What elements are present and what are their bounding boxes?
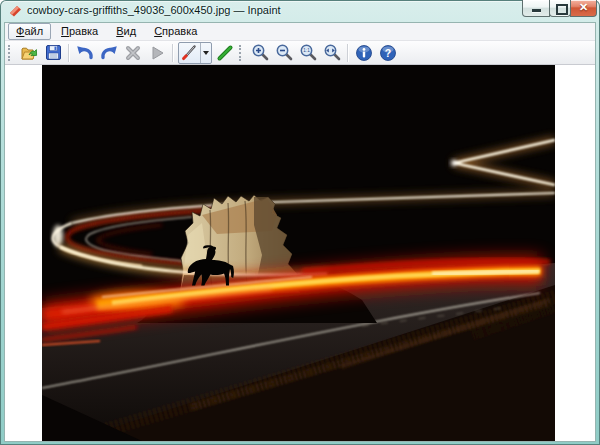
run-play-icon bbox=[148, 44, 166, 62]
inpaint-eraser-icon bbox=[8, 4, 22, 18]
marker-dropdown[interactable] bbox=[200, 43, 211, 63]
minimize-icon bbox=[532, 9, 541, 12]
zoom-fit-icon bbox=[323, 43, 342, 62]
open-button[interactable] bbox=[17, 41, 41, 65]
save-button[interactable] bbox=[41, 41, 65, 65]
toolbar-separator bbox=[68, 44, 70, 62]
screenshot: cowboy-cars-griffiths_49036_600x450.jpg … bbox=[0, 0, 600, 445]
close-button[interactable]: ✕ bbox=[570, 0, 597, 17]
line-tool-button[interactable] bbox=[213, 41, 237, 65]
redo-icon bbox=[99, 43, 119, 63]
minimize-button[interactable] bbox=[522, 0, 550, 17]
toolbar: 1:1 bbox=[5, 41, 595, 65]
menu-bar: Файл Правка Вид Справка bbox=[5, 23, 595, 41]
toolbar-separator bbox=[347, 44, 349, 62]
zoom-out-button[interactable] bbox=[272, 41, 296, 65]
menu-view[interactable]: Вид bbox=[108, 23, 144, 40]
marker-tool-button[interactable] bbox=[178, 42, 212, 64]
zoom-in-button[interactable] bbox=[248, 41, 272, 65]
delete-selection-button[interactable] bbox=[121, 41, 145, 65]
svg-text:?: ? bbox=[385, 47, 391, 59]
inpaint-window: cowboy-cars-griffiths_49036_600x450.jpg … bbox=[0, 0, 600, 445]
client-area: Файл Правка Вид Справка bbox=[4, 22, 596, 442]
zoom-out-icon bbox=[275, 43, 294, 62]
zoom-actual-icon: 1:1 bbox=[299, 43, 318, 62]
marker-pencil-icon bbox=[179, 43, 200, 63]
maximize-icon bbox=[556, 4, 568, 15]
maximize-button[interactable] bbox=[549, 0, 571, 17]
delete-cross-icon bbox=[124, 44, 142, 62]
help-button[interactable]: ? bbox=[376, 41, 400, 65]
help-icon: ? bbox=[379, 44, 397, 62]
zoom-actual-button[interactable]: 1:1 bbox=[296, 41, 320, 65]
toolbar-grip[interactable] bbox=[239, 45, 244, 61]
image-canvas bbox=[5, 65, 595, 441]
undo-button[interactable] bbox=[73, 41, 97, 65]
open-folder-icon bbox=[20, 44, 38, 62]
menu-help[interactable]: Справка bbox=[146, 23, 205, 40]
line-tool-icon bbox=[216, 44, 234, 62]
run-button[interactable] bbox=[145, 41, 169, 65]
title-bar[interactable]: cowboy-cars-griffiths_49036_600x450.jpg … bbox=[0, 0, 600, 22]
svg-text:1:1: 1:1 bbox=[303, 48, 310, 53]
caption-buttons: ✕ bbox=[523, 0, 597, 17]
menu-file[interactable]: Файл bbox=[8, 23, 51, 40]
toolbar-separator bbox=[172, 44, 174, 62]
zoom-in-icon bbox=[251, 43, 270, 62]
save-floppy-icon bbox=[45, 44, 62, 61]
photo-editing-area[interactable] bbox=[42, 65, 555, 441]
close-icon: ✕ bbox=[571, 1, 596, 14]
chevron-down-icon bbox=[203, 51, 209, 55]
info-icon bbox=[355, 44, 373, 62]
window-title: cowboy-cars-griffiths_49036_600x450.jpg … bbox=[27, 4, 281, 16]
menu-edit[interactable]: Правка bbox=[53, 23, 106, 40]
info-button[interactable] bbox=[352, 41, 376, 65]
undo-icon bbox=[75, 43, 95, 63]
redo-button[interactable] bbox=[97, 41, 121, 65]
zoom-fit-button[interactable] bbox=[320, 41, 344, 65]
toolbar-grip[interactable] bbox=[8, 45, 13, 61]
